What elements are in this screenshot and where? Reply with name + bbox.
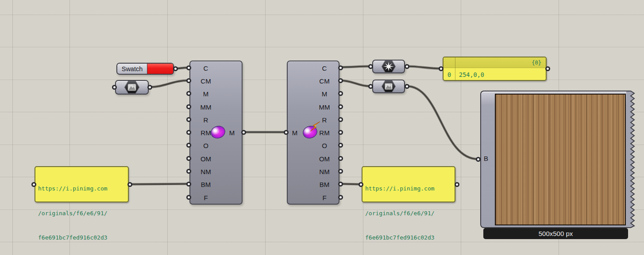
port-label: M [226, 129, 238, 137]
create-m-grip[interactable] [186, 91, 191, 96]
deconstruct-om-grip[interactable] [338, 156, 343, 161]
bitmap-param-right[interactable] [372, 80, 405, 93]
swatch-label: Swatch [117, 64, 147, 74]
url-line: /originals/f6/e6/91/ [38, 209, 125, 218]
create-material-icon [209, 124, 227, 141]
wire-bitmap-to-cm[interactable] [150, 80, 189, 87]
url-panel-left-input-grip[interactable] [31, 182, 36, 187]
create-f-grip[interactable] [186, 195, 191, 200]
swatch-color-well[interactable] [147, 64, 173, 74]
port-label: O [312, 141, 337, 150]
port-label: NM [190, 167, 221, 176]
viewer-b-input-grip[interactable] [476, 157, 481, 162]
create-c-grip[interactable] [186, 65, 191, 70]
create-mm-grip[interactable] [186, 104, 191, 109]
port-label: F [312, 194, 337, 202]
deconstruct-material-component[interactable]: C CM M MM R RM O OM NM BM F M [287, 61, 339, 205]
viewer-size-caption: 500x500 px [483, 228, 628, 239]
colour-param[interactable] [372, 60, 405, 73]
deconstruct-input-m-grip[interactable] [284, 130, 289, 135]
create-bm-grip[interactable] [186, 182, 191, 186]
url-line: https://i.pinimg.com [38, 185, 125, 193]
deconstruct-cm-grip[interactable] [338, 78, 343, 83]
wire-url-to-bm[interactable] [131, 184, 189, 184]
port-label: OM [312, 155, 337, 164]
deconstruct-c-grip[interactable] [338, 65, 343, 70]
port-label: R [190, 116, 221, 125]
panel-row-value: 254,0,0 [455, 71, 484, 78]
port-label: CM [312, 77, 337, 86]
port-label: BM [312, 180, 337, 189]
deconstruct-flash-icon [309, 122, 320, 132]
create-rm-grip[interactable] [186, 130, 191, 135]
wire-c-to-colour-param[interactable] [340, 66, 370, 67]
url-panel-right[interactable]: https://i.pinimg.com /originals/f6/e6/91… [362, 166, 455, 202]
swatch-component[interactable]: Swatch [116, 63, 174, 75]
port-label: OM [190, 155, 221, 164]
value-panel-output-grip[interactable] [545, 66, 550, 71]
deconstruct-o-grip[interactable] [338, 143, 343, 148]
colour-param-output-grip[interactable] [405, 64, 409, 69]
url-panel-right-input-grip[interactable] [359, 182, 363, 187]
create-om-grip[interactable] [186, 156, 191, 161]
bitmap-image-icon [124, 80, 140, 94]
port-label: C [312, 64, 337, 73]
port-label: F [190, 194, 221, 202]
deconstruct-nm-grip[interactable] [338, 169, 343, 174]
deconstruct-rm-grip[interactable] [338, 130, 343, 135]
url-panel-right-output-grip[interactable] [455, 182, 459, 187]
panel-index-separator [455, 57, 455, 81]
port-label: MM [312, 103, 337, 112]
port-label: M [289, 129, 300, 137]
value-panel[interactable]: {0} 0 254,0,0 [443, 57, 547, 81]
deconstruct-bm-grip[interactable] [338, 182, 343, 186]
colour-burst-icon [381, 60, 396, 73]
create-r-grip[interactable] [186, 117, 191, 122]
url-panel-left[interactable]: https://i.pinimg.com /originals/f6/e6/91… [35, 166, 129, 202]
port-label: M [190, 90, 221, 99]
bitmap-param-left-output-grip[interactable] [147, 85, 152, 90]
wood-texture-preview [495, 94, 626, 225]
grasshopper-canvas[interactable]: Swatch C CM M MM R RM O OM NM BM F M [0, 0, 644, 255]
create-o-grip[interactable] [186, 143, 191, 148]
bitmap-param-left-input-grip[interactable] [112, 85, 117, 90]
value-panel-input-grip[interactable] [439, 66, 443, 71]
port-label: BM [190, 180, 221, 189]
deconstruct-r-grip[interactable] [338, 117, 343, 122]
bitmap-image-icon [381, 80, 396, 93]
panel-row-index: 0 [443, 71, 455, 78]
viewer-clipped-edge [626, 91, 636, 230]
port-label: C [190, 64, 221, 73]
bitmap-param-right-output-grip[interactable] [405, 84, 409, 89]
port-label: CM [190, 77, 221, 86]
wire-cm-to-bitmap-param[interactable] [340, 80, 370, 86]
panel-path-badge: {0} [443, 57, 546, 68]
url-line: f6e691bc7fed916c02d3 [38, 234, 125, 242]
port-label: M [312, 90, 337, 99]
url-line: /originals/f6/e6/91/ [365, 209, 452, 218]
bitmap-param-right-input-grip[interactable] [368, 84, 373, 89]
deconstruct-m-grip[interactable] [338, 91, 343, 96]
wire-bm-to-panel[interactable] [340, 184, 360, 184]
port-label: O [190, 141, 221, 150]
bitmap-param-left[interactable] [115, 80, 149, 95]
create-output-m-grip[interactable] [241, 130, 246, 135]
port-label: NM [312, 167, 337, 176]
deconstruct-f-grip[interactable] [338, 195, 343, 200]
url-line: https://i.pinimg.com [365, 185, 452, 193]
viewer-input-label: B [484, 155, 488, 162]
create-material-component[interactable]: C CM M MM R RM O OM NM BM F M [189, 61, 243, 205]
deconstruct-mm-grip[interactable] [338, 104, 343, 109]
port-label: MM [190, 103, 221, 112]
url-panel-left-output-grip[interactable] [127, 182, 132, 187]
url-line: f6e691bc7fed916c02d3 [365, 234, 452, 242]
swatch-output-grip[interactable] [173, 66, 178, 71]
create-nm-grip[interactable] [186, 169, 191, 174]
colour-param-input-grip[interactable] [368, 64, 373, 69]
create-cm-grip[interactable] [186, 78, 191, 83]
